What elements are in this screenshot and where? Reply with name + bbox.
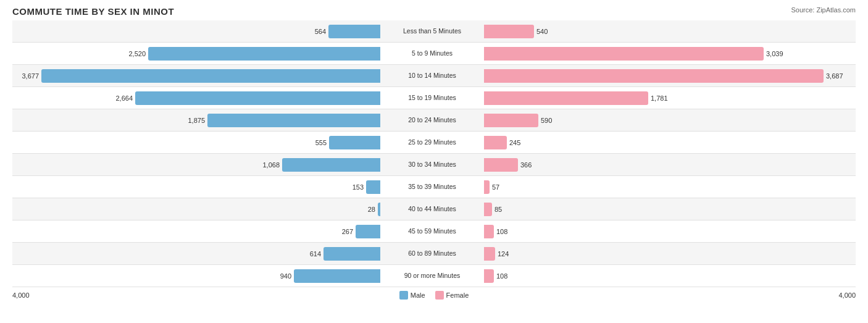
- legend-male-label: Male: [411, 292, 425, 299]
- table-row: 1,06830 to 34 Minutes366: [12, 154, 856, 176]
- legend-male: Male: [399, 291, 425, 300]
- female-value: 3,687: [826, 72, 845, 80]
- table-row: 94090 or more Minutes108: [12, 265, 856, 287]
- right-side: 366: [482, 158, 852, 172]
- female-value: 124: [498, 250, 516, 258]
- male-value: 564: [301, 28, 326, 35]
- left-side: 555: [12, 136, 383, 149]
- legend-male-box: [399, 291, 408, 300]
- female-bar: [484, 203, 492, 216]
- male-bar: [356, 225, 380, 238]
- row-label: 30 to 34 Minutes: [383, 161, 482, 169]
- male-value: 2,520: [121, 50, 146, 57]
- male-bar: [282, 158, 380, 172]
- male-bar: [329, 136, 380, 149]
- female-bar: [484, 180, 490, 194]
- row-label: Less than 5 Minutes: [383, 27, 482, 36]
- female-bar: [484, 136, 507, 149]
- right-side: 1,781: [482, 91, 852, 105]
- male-value: 1,068: [255, 161, 280, 169]
- male-value: 267: [328, 228, 353, 235]
- male-bar: [148, 47, 380, 61]
- left-side: 267: [12, 225, 383, 238]
- left-side: 1,068: [12, 158, 383, 172]
- table-row: 15335 to 39 Minutes57: [12, 176, 856, 198]
- table-row: 55525 to 29 Minutes245: [12, 132, 856, 154]
- female-value: 366: [520, 161, 539, 169]
- right-side: 590: [482, 114, 852, 127]
- right-side: 85: [482, 203, 852, 216]
- female-value: 1,781: [651, 94, 669, 102]
- female-value: 540: [536, 28, 555, 35]
- table-row: 1,87520 to 24 Minutes590: [12, 109, 856, 132]
- left-side: 1,875: [12, 114, 383, 127]
- male-bar: [366, 180, 380, 194]
- legend-female-box: [435, 291, 444, 300]
- left-side: 614: [12, 247, 383, 261]
- male-value: 940: [267, 272, 291, 280]
- male-value: 555: [302, 139, 327, 146]
- female-bar: [484, 158, 518, 172]
- left-side: 940: [12, 269, 383, 283]
- table-row: 26745 to 59 Minutes108: [12, 220, 856, 243]
- right-side: 108: [482, 269, 852, 283]
- table-row: 564Less than 5 Minutes540: [12, 20, 856, 43]
- row-label: 5 to 9 Minutes: [383, 49, 482, 58]
- female-value: 57: [492, 183, 511, 191]
- male-value: 1,875: [180, 117, 205, 124]
- female-value: 590: [541, 117, 559, 124]
- row-label: 15 to 19 Minutes: [383, 94, 482, 103]
- male-bar: [378, 203, 380, 216]
- right-side: 57: [482, 180, 852, 194]
- female-value: 245: [509, 139, 528, 146]
- female-value: 108: [496, 228, 515, 235]
- female-bar: [484, 225, 494, 238]
- male-value: 153: [339, 183, 364, 191]
- legend: Male Female: [399, 291, 469, 300]
- right-side: 108: [482, 225, 852, 238]
- male-value: 614: [296, 250, 321, 258]
- left-side: 2,664: [12, 91, 383, 105]
- source-label: Source: ZipAtlas.com: [791, 6, 856, 14]
- table-row: 2,66415 to 19 Minutes1,781: [12, 87, 856, 109]
- female-bar: [484, 114, 538, 127]
- left-side: 2,520: [12, 47, 383, 61]
- female-value: 3,039: [766, 50, 785, 57]
- right-side: 540: [482, 25, 852, 38]
- female-value: 85: [495, 206, 513, 213]
- row-label: 40 to 44 Minutes: [383, 205, 482, 214]
- male-value: 28: [351, 206, 375, 213]
- axis-left: 4,000: [12, 292, 30, 299]
- female-value: 108: [496, 272, 515, 280]
- female-bar: [484, 25, 534, 38]
- table-row: 61460 to 89 Minutes124: [12, 243, 856, 265]
- male-bar: [323, 247, 380, 261]
- row-label: 25 to 29 Minutes: [383, 138, 482, 147]
- row-label: 35 to 39 Minutes: [383, 183, 482, 191]
- female-bar: [484, 69, 824, 83]
- left-side: 153: [12, 180, 383, 194]
- female-bar: [484, 269, 494, 283]
- table-row: 2,5205 to 9 Minutes3,039: [12, 43, 856, 65]
- legend-female: Female: [435, 291, 469, 300]
- row-label: 60 to 89 Minutes: [383, 250, 482, 258]
- row-label: 20 to 24 Minutes: [383, 116, 482, 125]
- female-bar: [484, 91, 648, 105]
- male-bar: [294, 269, 380, 283]
- right-side: 3,687: [482, 69, 852, 83]
- right-side: 124: [482, 247, 852, 261]
- footer-row: 4,000 Male Female 4,000: [12, 291, 856, 300]
- row-label: 10 to 14 Minutes: [383, 72, 482, 80]
- male-bar: [328, 25, 380, 38]
- left-side: 564: [12, 25, 383, 38]
- chart-title: COMMUTE TIME BY SEX IN MINOT: [12, 6, 174, 17]
- female-bar: [484, 47, 764, 61]
- chart-wrapper: 564Less than 5 Minutes5402,5205 to 9 Min…: [12, 20, 856, 287]
- table-row: 3,67710 to 14 Minutes3,687: [12, 65, 856, 87]
- axis-right: 4,000: [838, 292, 856, 299]
- female-bar: [484, 247, 495, 261]
- male-bar: [207, 114, 380, 127]
- row-label: 45 to 59 Minutes: [383, 227, 482, 236]
- male-bar: [135, 91, 380, 105]
- male-value: 2,664: [108, 94, 133, 102]
